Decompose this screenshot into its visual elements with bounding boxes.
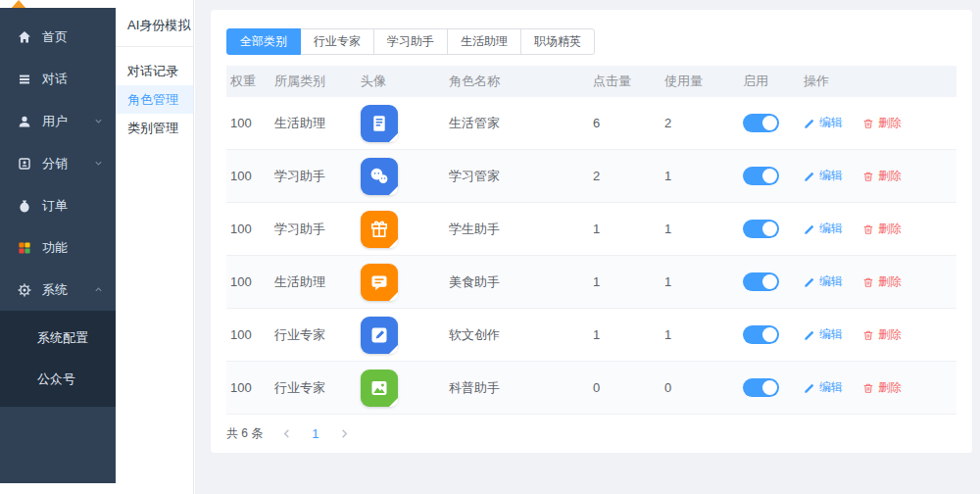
sidebar-item-features[interactable]: 功能 — [0, 226, 116, 269]
enable-toggle[interactable] — [743, 378, 779, 397]
user-icon — [17, 114, 32, 129]
role-avatar — [361, 105, 398, 142]
pencil-icon — [804, 329, 815, 341]
delete-button[interactable]: 删除 — [862, 379, 902, 396]
enable-toggle[interactable] — [743, 220, 779, 238]
wechat-icon — [368, 165, 391, 188]
chevron-down-icon — [93, 158, 104, 169]
delete-button[interactable]: 删除 — [862, 168, 902, 184]
tab-study-assistant[interactable]: 学习助手 — [373, 28, 448, 55]
page-number[interactable]: 1 — [310, 426, 320, 441]
edit-button[interactable]: 编辑 — [804, 168, 843, 184]
role-avatar — [361, 264, 398, 301]
trash-icon — [862, 276, 874, 288]
secondary-panel: AI身份模拟 对话记录 角色管理 类别管理 — [116, 0, 194, 494]
pencil-icon — [804, 171, 815, 182]
panel-item-label: 对话记录 — [127, 63, 178, 80]
panel-item-label: 类别管理 — [127, 120, 178, 137]
sidebar-item-home[interactable]: 首页 — [0, 16, 116, 58]
edit-button[interactable]: 编辑 — [804, 379, 843, 396]
sub-item-label: 系统配置 — [37, 329, 88, 347]
tab-industry-expert[interactable]: 行业专家 — [300, 28, 374, 55]
clicks-value: 1 — [589, 222, 661, 236]
sidebar-item-label: 系统 — [42, 281, 68, 299]
sidebar-item-chat[interactable]: 对话 — [0, 58, 116, 100]
panel-title: AI身份模拟 — [116, 0, 193, 47]
panel-item-category-management[interactable]: 类别管理 — [116, 114, 193, 142]
delete-button[interactable]: 删除 — [862, 326, 902, 343]
col-avatar: 头像 — [357, 73, 445, 90]
sidebar-item-label: 首页 — [42, 28, 68, 46]
edit-label: 编辑 — [819, 326, 843, 343]
usage-value: 2 — [661, 116, 739, 130]
panel-item-label: 角色管理 — [127, 91, 178, 109]
toggle-knob — [762, 169, 777, 183]
table-row: 100 行业专家 科普助手 0 0 编辑 删除 — [226, 362, 956, 415]
chevron-down-icon — [93, 116, 104, 126]
pagination-total: 共 6 条 — [226, 425, 263, 442]
edit-label: 编辑 — [819, 379, 843, 396]
pencil-icon — [804, 223, 815, 235]
edit-button[interactable]: 编辑 — [804, 273, 843, 290]
usage-value: 0 — [661, 380, 739, 395]
enable-toggle[interactable] — [743, 167, 779, 185]
content-card: 全部类别 行业专家 学习助手 生活助理 职场精英 权重 所属类别 头像 角色名称… — [211, 10, 972, 453]
chevron-right-icon — [339, 428, 350, 439]
chevron-up-icon — [93, 284, 104, 295]
sidebar-item-users[interactable]: 用户 — [0, 100, 116, 142]
role-name: 科普助手 — [445, 379, 589, 397]
edit-button[interactable]: 编辑 — [804, 221, 843, 237]
category-value: 生活助理 — [270, 115, 357, 132]
page: 首页 对话 用户 分销 订单 功能 系统 系统配置 — [0, 0, 980, 494]
sidebar: 首页 对话 用户 分销 订单 功能 系统 系统配置 — [0, 8, 116, 483]
delete-button[interactable]: 删除 — [862, 221, 902, 237]
sidebar-item-official-account[interactable]: 公众号 — [0, 359, 116, 400]
delete-label: 删除 — [878, 273, 902, 290]
sidebar-item-system[interactable]: 系统 — [0, 269, 116, 311]
edit-button[interactable]: 编辑 — [804, 115, 843, 131]
delete-label: 删除 — [878, 115, 902, 131]
sidebar-item-label: 功能 — [42, 239, 68, 257]
delete-button[interactable]: 删除 — [862, 273, 902, 290]
next-page-button[interactable] — [336, 425, 354, 443]
chevron-left-icon — [281, 428, 292, 439]
distribution-icon — [17, 156, 32, 172]
sidebar-item-label: 订单 — [42, 197, 68, 215]
sidebar-item-system-config[interactable]: 系统配置 — [0, 318, 116, 359]
sidebar-item-distribution[interactable]: 分销 — [0, 142, 116, 184]
edit-label: 编辑 — [819, 115, 843, 131]
role-avatar — [361, 317, 398, 354]
tab-life-assistant[interactable]: 生活助理 — [447, 28, 521, 55]
toggle-knob — [762, 116, 777, 130]
table-row: 100 生活助理 生活管家 6 2 编辑 删除 — [226, 97, 956, 150]
clicks-value: 1 — [589, 327, 661, 342]
weight-value: 100 — [226, 222, 270, 236]
role-name: 生活管家 — [445, 115, 589, 132]
table-header: 权重 所属类别 头像 角色名称 点击量 使用量 启用 操作 — [226, 66, 956, 97]
sidebar-item-orders[interactable]: 订单 — [0, 184, 116, 226]
usage-value: 1 — [661, 169, 739, 183]
edit-button[interactable]: 编辑 — [804, 326, 843, 343]
toggle-knob — [762, 380, 777, 395]
enable-toggle[interactable] — [743, 325, 779, 344]
delete-button[interactable]: 删除 — [862, 115, 902, 131]
col-enabled: 启用 — [739, 73, 800, 90]
enable-toggle[interactable] — [743, 114, 779, 132]
tab-workplace-elite[interactable]: 职场精英 — [520, 28, 595, 55]
pencil-icon — [804, 118, 815, 129]
clicks-value: 1 — [589, 274, 661, 289]
panel-item-chat-records[interactable]: 对话记录 — [116, 57, 193, 85]
category-value: 行业专家 — [270, 326, 357, 344]
role-name: 学生助手 — [445, 221, 589, 238]
delete-label: 删除 — [878, 379, 902, 396]
weight-value: 100 — [226, 327, 270, 342]
chat-list-icon — [17, 72, 32, 87]
enable-toggle[interactable] — [743, 272, 779, 291]
category-value: 生活助理 — [270, 273, 357, 291]
prev-page-button[interactable] — [277, 425, 295, 443]
edit-label: 编辑 — [819, 168, 843, 184]
col-name: 角色名称 — [445, 73, 589, 90]
tab-all-categories[interactable]: 全部类别 — [226, 28, 301, 55]
panel-item-role-management[interactable]: 角色管理 — [116, 85, 193, 114]
sidebar-item-label: 对话 — [42, 71, 68, 88]
